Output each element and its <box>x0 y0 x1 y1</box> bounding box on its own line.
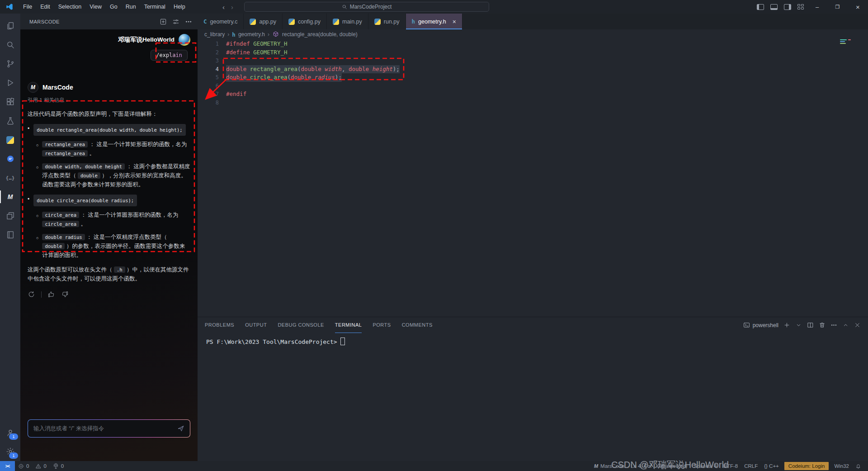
status-win32[interactable]: Win32 <box>831 463 852 469</box>
run-debug-icon <box>6 78 15 87</box>
menu-item-edit[interactable]: Edit <box>36 4 54 10</box>
close-window-button[interactable]: × <box>848 0 868 14</box>
minimize-button[interactable]: – <box>807 0 827 14</box>
activity-item-marscode[interactable]: M <box>0 187 20 206</box>
activity-bar: {…}M11 <box>0 14 20 461</box>
activity-item-source-control[interactable] <box>0 54 20 73</box>
tab-run.py[interactable]: run.py <box>368 14 406 29</box>
regenerate-icon[interactable] <box>28 290 35 298</box>
status-bar: >< 000 MMarsCodeLn 4, Col 1 (89 selected… <box>0 461 868 471</box>
layout-grid-icon[interactable] <box>797 4 804 10</box>
activity-item-ai-chat[interactable] <box>0 149 20 168</box>
panel-tab-debug-console[interactable]: DEBUG CONSOLE <box>278 317 324 333</box>
breadcrumb-item[interactable]: geometry.h <box>238 31 265 38</box>
close-tab-icon[interactable]: × <box>453 19 456 25</box>
split-terminal-icon[interactable] <box>807 322 814 328</box>
activity-item-test-beaker[interactable] <box>0 111 20 130</box>
panel-header: MARSCODE <box>20 14 198 29</box>
back-arrow-icon[interactable]: ‹ <box>222 3 225 11</box>
terminal-output[interactable]: PS F:\Work\2023 Tool\MarsCodeProject> <box>198 333 868 345</box>
maximize-panel-icon[interactable] <box>842 322 849 328</box>
kill-terminal-icon[interactable] <box>819 322 826 328</box>
status-crlf[interactable]: CRLF <box>741 463 761 469</box>
activity-item-settings[interactable]: 1 <box>0 442 20 461</box>
thumbs-up-icon[interactable] <box>47 290 55 298</box>
tab-geometry.c[interactable]: Cgeometry.c <box>198 14 244 29</box>
panel-tab-problems[interactable]: PROBLEMS <box>205 317 234 333</box>
activity-item-python[interactable] <box>0 130 20 149</box>
panel-tabs: PROBLEMSOUTPUTDEBUG CONSOLETERMINALPORTS… <box>198 317 868 333</box>
more-actions-icon[interactable] <box>185 18 192 25</box>
terminal-cursor <box>340 338 345 345</box>
remote-indicator[interactable]: >< <box>0 461 15 471</box>
titlebar: FileEditSelectionViewGoRunTerminalHelp ‹… <box>0 0 868 14</box>
status-warning[interactable]: 0 <box>32 461 49 471</box>
toggle-sidebar-icon[interactable] <box>757 4 764 10</box>
toggle-secondary-sidebar-icon[interactable] <box>784 4 791 10</box>
status-codeium-login[interactable]: Codeium: Login <box>784 462 829 470</box>
command-center-search[interactable]: MarsCodeProject <box>244 2 489 12</box>
message-intro: 这段代码是两个函数的原型声明，下面是详细解释： <box>28 109 190 119</box>
citation-toggle[interactable]: 引用 1 相关信息› <box>28 97 190 104</box>
tab-config.py[interactable]: config.py <box>283 14 327 29</box>
status-label: Codeium: Login <box>788 463 825 469</box>
breadcrumb: c_library›hgeometry.h›rectangle_area(dou… <box>198 29 868 39</box>
send-icon[interactable] <box>177 425 184 432</box>
shell-selector[interactable]: powershell <box>743 322 778 328</box>
menu-item-file[interactable]: File <box>19 4 36 10</box>
sub-bullet-item: ○double width, double height ： 这两个参数都是双精… <box>36 162 190 189</box>
tab-app.py[interactable]: app.py <box>244 14 283 29</box>
line-number: 3 <box>198 57 226 65</box>
new-terminal-icon[interactable] <box>783 322 790 328</box>
status-error[interactable]: 0 <box>15 461 32 471</box>
activity-item-snippets[interactable]: {…} <box>0 168 20 187</box>
menu-item-terminal[interactable]: Terminal <box>140 4 170 10</box>
status--c-[interactable]: {} C++ <box>761 463 782 469</box>
menu-item-help[interactable]: Help <box>170 4 189 10</box>
forward-arrow-icon[interactable]: › <box>231 3 233 11</box>
tune-icon[interactable] <box>172 18 179 25</box>
activity-item-explorer[interactable] <box>0 16 20 35</box>
chat-input[interactable]: 输入消息或者 “/” 来选择指令 <box>28 419 190 438</box>
inline-code: rectangle_area <box>42 150 88 157</box>
code-line: 2#define GEOMETRY_H <box>198 48 868 57</box>
new-chat-icon[interactable] <box>160 18 167 25</box>
menu-item-selection[interactable]: Selection <box>54 4 85 10</box>
code-editor[interactable]: 1#ifndef GEOMETRY_H2#define GEOMETRY_H34… <box>198 39 868 107</box>
menu-item-view[interactable]: View <box>85 4 106 10</box>
line-content: #ifndef GEOMETRY_H <box>226 40 287 48</box>
code-chip: double circle_area(double radius); <box>33 195 137 206</box>
breadcrumb-item[interactable]: rectangle_area(double, double) <box>282 31 358 38</box>
snippets-icon: {…} <box>6 175 15 181</box>
activity-item-search[interactable] <box>0 35 20 54</box>
activity-item-account[interactable]: 1 <box>0 423 20 442</box>
panel-tab-output[interactable]: OUTPUT <box>245 317 267 333</box>
tab-main.py[interactable]: main.py <box>327 14 368 29</box>
toggle-panel-icon[interactable] <box>770 4 778 10</box>
marscode-icon: M <box>8 193 13 200</box>
status-tower[interactable]: 0 <box>50 461 67 471</box>
panel-tab-ports[interactable]: PORTS <box>373 317 391 333</box>
vscode-window: FileEditSelectionViewGoRunTerminalHelp ‹… <box>0 0 868 471</box>
explain-command-chip[interactable]: /explain <box>151 50 188 61</box>
status-bell[interactable] <box>852 463 864 469</box>
maximize-button[interactable]: ❐ <box>827 0 848 14</box>
close-panel-icon[interactable] <box>854 322 861 328</box>
chat-text: 这两个函数原型可以放在头文件（ <box>28 266 114 273</box>
activity-item-extensions[interactable] <box>0 92 20 111</box>
more-actions-icon[interactable] <box>830 322 837 328</box>
activity-item-run-debug[interactable] <box>0 73 20 92</box>
panel-tab-comments[interactable]: COMMENTS <box>402 317 433 333</box>
chevron-down-icon[interactable] <box>795 322 802 328</box>
tab-geometry.h[interactable]: hgeometry.h× <box>406 14 462 29</box>
activity-item-layers[interactable] <box>0 206 20 225</box>
panel-tab-terminal[interactable]: TERMINAL <box>335 317 362 333</box>
activity-item-notebook[interactable] <box>0 225 20 244</box>
avatar[interactable] <box>179 34 190 46</box>
thumbs-down-icon[interactable] <box>61 290 69 298</box>
line-content: #endif <box>226 90 246 99</box>
minimap-mark <box>840 41 845 42</box>
menu-item-go[interactable]: Go <box>106 4 122 10</box>
breadcrumb-item[interactable]: c_library <box>204 31 225 38</box>
menu-item-run[interactable]: Run <box>122 4 140 10</box>
